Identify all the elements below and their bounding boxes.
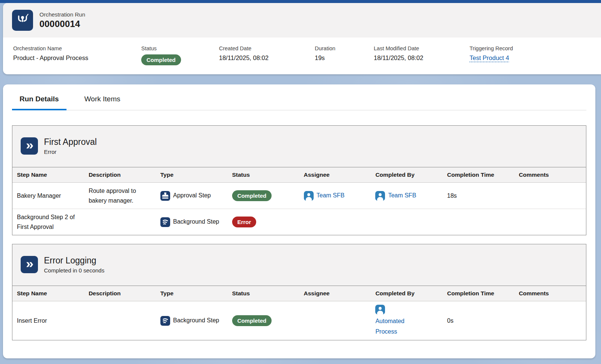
type-label: Approval Step: [173, 192, 211, 199]
browser-top-strip: [0, 0, 601, 3]
record-header-titles: Orchestration Run 00000014: [39, 11, 85, 29]
cell-comments: [514, 183, 586, 209]
stage-panel-first-approval: First Approval Error Step Name Descripti…: [12, 125, 586, 235]
stage-header-text: Error Logging Completed in 0 seconds: [44, 256, 104, 274]
table-row: Background Step 2 of First Approval Back…: [12, 209, 586, 235]
stage-title: First Approval: [44, 137, 97, 147]
cell-completion-time: 18s: [442, 183, 514, 209]
table-row: Bakery Manager Route approval to bakery …: [12, 183, 586, 209]
cell-type: Background Step: [156, 301, 228, 340]
user-avatar-icon: [375, 191, 385, 201]
cell-assignee: [299, 209, 371, 235]
cell-completed-by: [371, 209, 442, 235]
stage-panel-header: First Approval Error: [12, 126, 586, 167]
col-completion-time: Completion Time: [442, 167, 514, 183]
stage-title: Error Logging: [44, 256, 104, 266]
record-detail-fields: Orchestration Name Product - Approval Pr…: [3, 38, 601, 65]
field-label: Duration: [315, 45, 368, 51]
cell-assignee: Team SFB: [299, 183, 371, 209]
orchestration-run-icon: [12, 10, 33, 31]
field-label: Last Modified Date: [374, 45, 464, 51]
table-row: Insert Error Background Step Completed: [12, 301, 586, 340]
status-badge: Completed: [232, 190, 272, 201]
col-assignee: Assignee: [299, 286, 371, 301]
field-label: Orchestration Name: [13, 45, 135, 51]
field-label: Status: [141, 45, 213, 51]
type-label: Background Step: [173, 218, 219, 225]
field-triggering-record: Triggering Record Test Product 4: [470, 45, 582, 65]
col-description: Description: [84, 286, 156, 301]
col-completed-by: Completed By: [371, 286, 442, 301]
field-last-modified-date: Last Modified Date 18/11/2025, 08:02: [374, 45, 470, 65]
steps-table: Step Name Description Type Status Assign…: [12, 167, 586, 235]
field-value: Product - Approval Process: [13, 54, 135, 62]
field-status: Status Completed: [141, 45, 219, 65]
col-step-name: Step Name: [12, 286, 84, 301]
field-orchestration-name: Orchestration Name Product - Approval Pr…: [13, 45, 141, 65]
field-value: 19s: [315, 54, 368, 62]
col-comments: Comments: [514, 286, 586, 301]
field-duration: Duration 19s: [315, 45, 374, 65]
stage-subtitle: Completed in 0 seconds: [44, 267, 104, 274]
tab-bar: Run Details Work Items: [12, 93, 586, 110]
col-type: Type: [156, 286, 228, 301]
cell-description: Route approval to bakery manager.: [84, 183, 156, 209]
type-label: Background Step: [173, 317, 219, 323]
cell-comments: [514, 209, 586, 235]
status-badge: Completed: [141, 54, 181, 65]
col-completed-by: Completed By: [371, 167, 442, 183]
completed-by-link[interactable]: Automated Process: [375, 316, 413, 336]
field-label: Created Date: [219, 45, 309, 51]
flow-icon: [160, 217, 170, 227]
cell-status: Completed: [228, 301, 299, 340]
tab-run-details[interactable]: Run Details: [12, 93, 66, 110]
assignee-link[interactable]: Team SFB: [317, 192, 345, 199]
cell-completed-by: Automated Process: [371, 301, 442, 340]
steps-table: Step Name Description Type Status Assign…: [12, 286, 586, 340]
cell-comments: [514, 301, 586, 340]
table-header-row: Step Name Description Type Status Assign…: [12, 167, 586, 183]
cell-assignee: [299, 301, 371, 340]
record-type-label: Orchestration Run: [39, 11, 85, 18]
field-created-date: Created Date 18/11/2025, 08:02: [219, 45, 315, 65]
stage-panel-error-logging: Error Logging Completed in 0 seconds Ste…: [12, 244, 586, 340]
triggering-record-link[interactable]: Test Product 4: [470, 54, 509, 61]
cell-status: Completed: [228, 183, 299, 209]
cell-completion-time: 0s: [442, 301, 514, 340]
cell-completion-time: [442, 209, 514, 235]
conductor-icon: [15, 13, 30, 27]
stage-header-text: First Approval Error: [44, 137, 97, 155]
col-type: Type: [156, 167, 228, 183]
field-value: 18/11/2025, 08:02: [219, 54, 309, 62]
approval-stamp-icon: [160, 191, 170, 201]
completed-by-link[interactable]: Team SFB: [388, 192, 416, 199]
cell-status: Error: [228, 209, 299, 235]
stage-icon: [21, 256, 38, 273]
status-badge: Completed: [232, 315, 272, 326]
col-step-name: Step Name: [12, 167, 84, 183]
tab-work-items[interactable]: Work Items: [77, 93, 128, 110]
status-badge: Error: [232, 217, 257, 227]
stage-panel-header: Error Logging Completed in 0 seconds: [12, 244, 586, 286]
col-completion-time: Completion Time: [442, 286, 514, 301]
field-label: Triggering Record: [470, 45, 576, 51]
col-comments: Comments: [514, 167, 586, 183]
field-value: 18/11/2025, 08:02: [374, 54, 464, 62]
col-status: Status: [228, 286, 299, 301]
double-chevron-icon: [24, 140, 35, 152]
cell-step-name: Background Step 2 of First Approval: [12, 209, 84, 235]
cell-step-name: Bakery Manager: [12, 183, 84, 209]
user-avatar-icon: [304, 191, 314, 201]
cell-completed-by: Team SFB: [371, 183, 442, 209]
col-assignee: Assignee: [299, 167, 371, 183]
double-chevron-icon: [24, 259, 35, 270]
col-description: Description: [84, 167, 156, 183]
cell-type: Background Step: [156, 209, 228, 235]
table-header-row: Step Name Description Type Status Assign…: [12, 286, 586, 301]
user-avatar-icon: [375, 305, 385, 314]
cell-type: Approval Step: [156, 183, 228, 209]
col-status: Status: [228, 167, 299, 183]
flow-icon: [160, 316, 170, 326]
record-header-card: Orchestration Run 00000014 Orchestration…: [3, 3, 601, 74]
record-number: 00000014: [39, 19, 85, 29]
